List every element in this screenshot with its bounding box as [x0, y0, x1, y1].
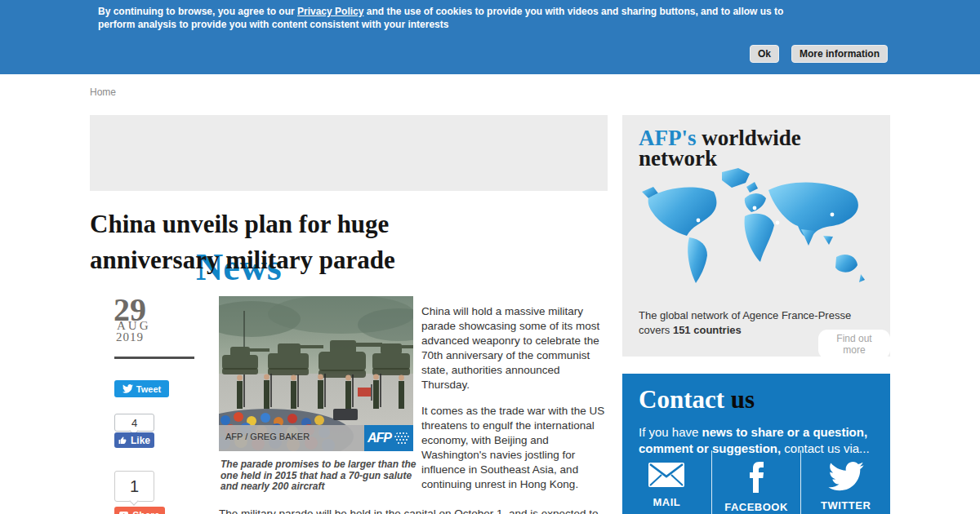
plus-icon: + [119, 512, 128, 514]
contact-intro-start: If you have [639, 425, 702, 439]
contact-title: Contact us [639, 385, 755, 414]
network-country-count: 151 countries [673, 324, 742, 336]
privacy-policy-link[interactable]: Privacy Policy [297, 6, 363, 17]
contact-channels: MAIL FACEBOOK TWITTER [622, 450, 890, 514]
tweet-button[interactable]: Tweet [114, 380, 169, 397]
article-title: China unveils plan for huge anniversary … [90, 206, 482, 278]
contact-title-white: Contact [639, 385, 731, 414]
facebook-icon [748, 462, 764, 493]
contact-channel-twitter[interactable]: TWITTER [800, 450, 890, 514]
contact-channel-label: TWITTER [821, 499, 871, 512]
afp-globe-icon [394, 430, 410, 446]
article-paragraph-1: China will hold a massive military parad… [421, 304, 609, 392]
twitter-bird-icon [122, 384, 133, 393]
network-description-text: The global network of Agence France-Pres… [639, 309, 851, 336]
photo-credit-bar: AFP / GREG BAKER AFP [219, 425, 413, 451]
thumbs-up-icon [118, 436, 127, 445]
afp-logo: AFP [364, 425, 413, 451]
twitter-icon [828, 462, 864, 491]
afp-logo-text: AFP [368, 431, 391, 445]
contact-channel-facebook[interactable]: FACEBOOK [711, 450, 801, 514]
share-button-label: Share [132, 510, 159, 514]
contact-channel-label: MAIL [653, 496, 680, 508]
cookie-banner: By continuing to browse, you agree to ou… [0, 0, 980, 74]
article-date-year: 2019 [116, 330, 144, 344]
ok-button[interactable]: Ok [750, 45, 779, 63]
tweet-button-label: Tweet [136, 384, 161, 394]
contact-channel-label: FACEBOOK [724, 501, 788, 513]
contact-title-black: us [731, 385, 755, 414]
find-out-more-button[interactable]: Find out more [818, 330, 890, 359]
network-widget: AFP's worldwide network [622, 115, 890, 357]
photo-credit: AFP / GREG BAKER [225, 432, 310, 441]
contact-channel-mail[interactable]: MAIL [622, 450, 711, 514]
photo-caption: The parade promises to be larger than th… [220, 459, 418, 493]
facebook-like-button[interactable]: Like [114, 432, 154, 448]
section-header: News [90, 115, 608, 191]
share-button[interactable]: + Share [114, 507, 165, 514]
mail-icon [648, 462, 685, 488]
world-map [640, 166, 872, 290]
article-paragraph-2: It comes as the trade war with the US th… [421, 404, 609, 492]
like-button-label: Like [131, 435, 150, 446]
network-title: AFP's worldwide network [639, 128, 875, 169]
more-information-button[interactable]: More information [791, 45, 888, 63]
contact-widget: Contact us If you have news to share or … [622, 374, 890, 514]
cookie-message-start: By continuing to browse, you agree to ou… [98, 6, 297, 17]
article-paragraph-3: The military parade will be held in the … [219, 507, 609, 514]
article-photo: AFP / GREG BAKER AFP [219, 296, 413, 451]
breadcrumb-home[interactable]: Home [90, 86, 116, 98]
cookie-message: By continuing to browse, you agree to ou… [98, 5, 791, 31]
cookie-buttons: Ok More information [750, 45, 888, 63]
article-body: China will hold a massive military parad… [421, 304, 609, 492]
date-divider [114, 357, 194, 359]
